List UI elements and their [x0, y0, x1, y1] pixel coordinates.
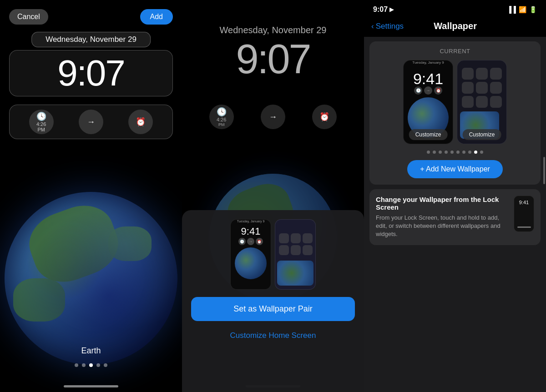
app-icon-4 [279, 245, 289, 255]
wp-app-3 [490, 68, 502, 80]
info-card: Change your Wallpaper from the Lock Scre… [369, 189, 541, 245]
customize-home-button[interactable]: Customize [463, 129, 501, 140]
page-title: Wallpaper [434, 21, 477, 31]
wallpaper-pair-preview: Tuesday, January 9 9:41 🕓 → ⏰ [191, 219, 355, 290]
top-buttons-row: Cancel Add [0, 9, 182, 25]
back-button[interactable]: ‹ Settings [371, 22, 404, 31]
home-screen-date: Wednesday, November 29 [220, 25, 327, 35]
wallpaper-pair-modal: Tuesday, January 9 9:41 🕓 → ⏰ [182, 210, 364, 392]
wp-app-5 [476, 82, 488, 94]
pd-7 [462, 151, 465, 154]
customize-lock-button[interactable]: Customize [409, 129, 448, 140]
pd-3 [439, 151, 442, 154]
pw-dot-2: → [247, 238, 254, 245]
earth-wallpaper-bg [5, 192, 177, 365]
pd-2 [433, 151, 436, 154]
wp-app-8 [476, 96, 488, 108]
wallpaper-home-phone: Customize [457, 60, 507, 144]
lock-screen-time: 9:07 [14, 55, 168, 91]
earth-label: Earth [81, 346, 101, 356]
lock-screen-widgets: 🕓 4:26 PM → ⏰ [9, 105, 173, 139]
wp-widget-3: ⏰ [434, 86, 442, 95]
wp-app-2 [476, 68, 488, 80]
pd-6 [456, 151, 460, 154]
wp-widget-2: → [424, 86, 432, 95]
cancel-button[interactable]: Cancel [9, 9, 48, 25]
preview-lock-widgets: 🕓 → ⏰ [233, 238, 269, 245]
current-wallpaper-section: CURRENT Tuesday, January 9 9:41 🕓 → ⏰ Cu… [369, 41, 541, 185]
wp-lock-date: Tuesday, January 9 [404, 60, 453, 65]
chevron-left-icon: ‹ [371, 22, 374, 31]
battery-icon: 🔋 [529, 6, 537, 13]
preview-home-grid [275, 220, 315, 259]
add-new-wallpaper-button[interactable]: + Add New Wallpaper [407, 160, 503, 178]
dot-5 [104, 363, 107, 367]
lock-screen-time-box: 9:07 [9, 50, 173, 96]
pw-dot-1: 🕓 [238, 238, 246, 245]
arrow-icon: → [87, 117, 95, 127]
page-dots-left [75, 363, 107, 367]
info-phone-time: 9:41 [519, 200, 529, 205]
wp-lock-time: 9:41 [404, 71, 453, 86]
preview-home-phone [275, 219, 316, 290]
status-icons: ▐▐ 📶 🔋 [507, 6, 537, 13]
pd-1 [427, 151, 430, 154]
clock-icon: 🕓 [36, 111, 46, 121]
wp-app-7 [462, 96, 474, 108]
mid-time-widget: 🕓 4:26 PM [209, 105, 234, 129]
info-body: From your Lock Screen, touch and hold to… [376, 214, 508, 239]
settings-wallpaper-panel: 9:07 ▶ ▐▐ 📶 🔋 ‹ Settings Wallpaper CURRE… [364, 0, 546, 392]
dot-1 [75, 363, 78, 367]
info-text-block: Change your Wallpaper from the Lock Scre… [376, 196, 508, 239]
section-label-current: CURRENT [376, 48, 534, 55]
wp-lock-widgets: 🕓 → ⏰ [404, 86, 453, 95]
status-bar: 9:07 ▶ ▐▐ 📶 🔋 [364, 0, 546, 17]
scrollbar[interactable] [543, 157, 545, 184]
preview-lock-phone: Tuesday, January 9 9:41 🕓 → ⏰ [230, 219, 271, 290]
settings-nav-bar: ‹ Settings Wallpaper [364, 17, 546, 37]
home-screen-widgets: 🕓 4:26 PM → ⏰ [196, 105, 350, 129]
pd-10 [480, 151, 483, 154]
wallpaper-pair-display: Tuesday, January 9 9:41 🕓 → ⏰ Customize [376, 60, 534, 144]
app-icon-2 [291, 233, 301, 243]
set-wallpaper-pair-button[interactable]: Set as Wallpaper Pair [191, 297, 355, 321]
wp-widget-1: 🕓 [414, 86, 422, 95]
info-phone-thumbnail: 9:41 [514, 196, 534, 232]
lock-screen-panel: Cancel Add Wednesday, November 29 9:07 🕓… [0, 0, 182, 392]
app-icon-6 [303, 245, 313, 255]
app-icon-3 [303, 233, 313, 243]
pw-dot-3: ⏰ [256, 238, 263, 245]
wp-app-1 [462, 68, 474, 80]
mid-arrow-widget: → [261, 105, 285, 129]
wp-app-4 [462, 82, 474, 94]
lock-screen-date: Wednesday, November 29 [31, 32, 151, 47]
preview-lock-time: 9:41 [231, 226, 271, 236]
dot-2 [82, 363, 86, 367]
location-arrow-icon: ▶ [389, 6, 394, 13]
wifi-icon: 📶 [519, 6, 526, 13]
pd-4 [445, 151, 448, 154]
app-icon-1 [279, 233, 289, 243]
preview-earth-lock [235, 247, 267, 279]
dot-4 [96, 363, 100, 367]
arrow-widget: → [79, 110, 103, 134]
preview-lock-date: Tuesday, January 9 [231, 220, 271, 223]
home-bar-left [64, 385, 118, 387]
status-time: 9:07 ▶ [373, 5, 394, 14]
app-icon-5 [291, 245, 301, 255]
home-screen-time: 9:07 [236, 39, 310, 80]
wp-app-9 [490, 96, 502, 108]
home-screen-panel: Wednesday, November 29 9:07 🕓 4:26 PM → … [182, 0, 364, 392]
signal-icon: ▐▐ [507, 6, 516, 13]
wallpaper-page-dots [376, 151, 534, 154]
dot-3-active [89, 363, 93, 367]
alarm-widget: ⏰ [128, 110, 153, 134]
add-button[interactable]: Add [140, 9, 173, 25]
alarm-icon: ⏰ [136, 117, 146, 127]
pd-8 [468, 151, 471, 154]
customize-home-screen-button[interactable]: Customize Home Screen [191, 327, 355, 345]
wp-home-grid [457, 60, 506, 111]
pd-9-active [474, 151, 477, 154]
time-widget: 🕓 4:26 PM [29, 110, 54, 134]
info-title: Change your Wallpaper from the Lock Scre… [376, 196, 508, 211]
